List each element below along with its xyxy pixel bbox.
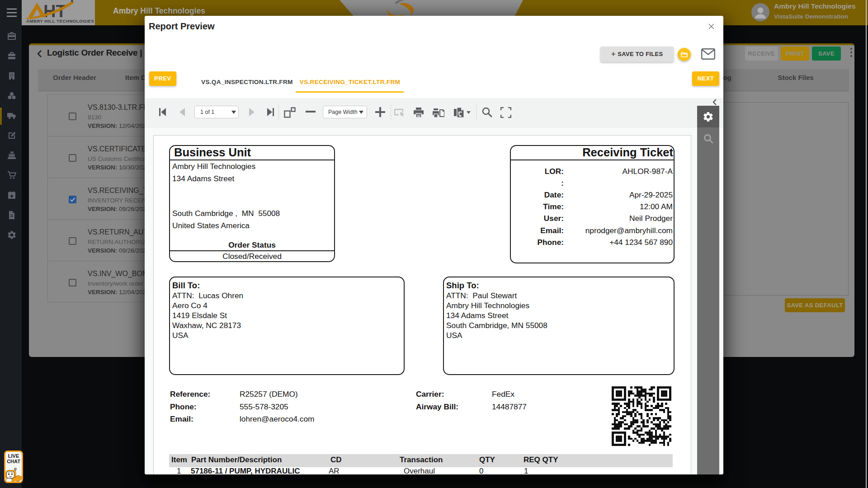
svg-text:AMBRY HILL TECHNOLOGIES: AMBRY HILL TECHNOLOGIES [26, 19, 94, 23]
